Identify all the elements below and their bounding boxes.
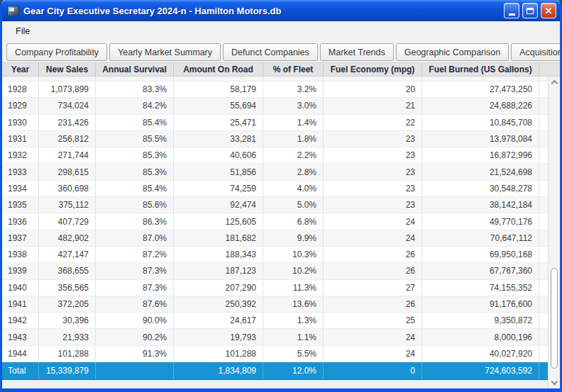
table-row[interactable]: 1930231,42685.4%25,4711.4%2210,845,708 [2, 115, 560, 131]
table-row[interactable]: 1931256,81285.5%33,2811.8%2313,978,084 [2, 131, 560, 147]
column-header[interactable]: Fuel Burned (US Gallons) [422, 63, 539, 76]
table-cell: 1934 [2, 181, 39, 196]
column-header[interactable]: Annual Survival [96, 63, 174, 76]
table-cell: 407,729 [39, 213, 96, 229]
tab-defunct-companies[interactable]: Defunct Companies [223, 43, 318, 61]
table-cell: 24,617 [174, 313, 263, 328]
table-row[interactable]: 194230,39690.0%24,6171.3%259,350,872 [2, 313, 560, 329]
table-cell: 92,474 [174, 197, 263, 213]
table-cell: 84.2% [96, 98, 174, 113]
column-header[interactable] [539, 63, 560, 76]
table-row[interactable]: 1936407,72986.3%125,6056.8%2449,770,176 [2, 213, 560, 230]
scroll-down-icon[interactable] [551, 379, 558, 386]
table-cell: 55,694 [174, 98, 263, 113]
menu-item-file[interactable]: File [9, 23, 36, 39]
table-row[interactable]: 1935375,11285.6%92,4745.0%2338,142,184 [2, 197, 560, 213]
table-cell: 6.8% [263, 213, 324, 229]
table-cell: 27 [324, 280, 422, 296]
column-header[interactable]: % of Fleet [263, 63, 324, 76]
maximize-icon [527, 8, 534, 14]
tab-company-profitability[interactable]: Company Profitability [6, 43, 107, 61]
vertical-scrollbar[interactable] [548, 77, 560, 388]
column-header[interactable]: New Sales [39, 63, 96, 76]
table-row[interactable]: 1940356,56587.3%207,29011.3%2774,155,352 [2, 280, 560, 296]
table-row[interactable]: 1933298,61585.3%51,8562.8%2321,524,698 [2, 164, 560, 180]
table-cell: 1930 [2, 115, 39, 130]
table-cell: 271,744 [39, 147, 96, 163]
tab-yearly-market-summary[interactable]: Yearly Market Summary [109, 43, 221, 61]
table-cell: 1.3% [263, 313, 324, 328]
table-cell: 26 [324, 247, 422, 262]
data-table: YearNew SalesAnnual SurvivalAmount On Ro… [2, 62, 560, 380]
table-cell: 90.0% [96, 313, 174, 328]
table-cell: 1928 [2, 82, 39, 97]
table-cell: 10,845,708 [422, 115, 539, 130]
column-header[interactable]: Fuel Economy (mpg) [324, 63, 422, 76]
window-controls: ✕ [504, 3, 556, 18]
table-cell: 24,688,226 [422, 98, 539, 113]
table-cell: 25,471 [174, 115, 263, 130]
table-row[interactable]: 19281,073,89983.3%58,1793.2%2027,473,250 [2, 82, 560, 98]
table-cell: 83.3% [96, 82, 174, 97]
maximize-button[interactable] [522, 3, 538, 18]
table-cell: 49,770,176 [422, 213, 539, 229]
table-cell: 1940 [2, 280, 39, 296]
tab-acquisition-advisor[interactable]: Acquisition Advisor [511, 43, 562, 61]
table-cell: 360,698 [39, 181, 96, 196]
table-cell: 10.2% [263, 263, 324, 279]
table-cell: 207,290 [174, 280, 263, 296]
table-header-row: YearNew SalesAnnual SurvivalAmount On Ro… [2, 62, 560, 77]
table-cell: 85.5% [96, 131, 174, 147]
table-cell: 27,473,250 [422, 82, 539, 97]
table-row[interactable]: 194321,93390.2%19,7931.1%248,000,196 [2, 329, 560, 345]
table-cell: 40,027,920 [422, 346, 539, 362]
table-cell: 85.3% [96, 164, 174, 179]
table-cell: 101,288 [174, 346, 263, 362]
total-cell: Total [2, 362, 39, 379]
table-cell: 181,682 [174, 230, 263, 246]
table-row[interactable]: 1938427,14787.2%188,34310.3%2669,950,168 [2, 247, 560, 263]
table-row[interactable]: 1941372,20587.6%250,39213.6%2691,176,600 [2, 296, 560, 313]
table-cell: 1.8% [263, 131, 324, 147]
table-cell: 375,112 [39, 197, 96, 213]
table-cell: 85.6% [96, 197, 174, 213]
table-cell: 87.3% [96, 263, 174, 279]
table-row[interactable]: 1939368,65587.3%187,12310.2%2667,767,360 [2, 263, 560, 279]
table-row[interactable]: 1932271,74485.3%40,6062.2%2316,872,996 [2, 147, 560, 164]
table-cell: 990,381 [39, 77, 96, 81]
table-cell: 8,000,196 [422, 329, 539, 345]
table-cell: 67,767,360 [422, 263, 539, 279]
table-cell: 87.0% [96, 230, 174, 246]
table-cell: 90.2% [96, 329, 174, 345]
table-row[interactable]: 1934360,69885.4%74,2594.0%2330,548,278 [2, 181, 560, 197]
table-cell: 101,288 [39, 346, 96, 362]
column-header[interactable]: Year [2, 63, 39, 76]
title-bar[interactable]: Gear City Executive Secretary 2024-n - H… [2, 0, 560, 21]
table-row[interactable]: 1929734,02484.2%55,6943.0%2124,688,226 [2, 98, 560, 114]
window-title: Gear City Executive Secretary 2024-n - H… [23, 6, 281, 16]
partial-table-row[interactable]: 1927990,38182.1%51,4132.9%2025,034,132 [2, 77, 560, 82]
total-cell: 724,603,592 [422, 362, 539, 379]
tab-geographic-comparison[interactable]: Geographic Comparison [396, 43, 509, 61]
minimize-button[interactable] [504, 3, 519, 18]
table-cell: 125,605 [174, 213, 263, 229]
table-cell: 23 [324, 131, 422, 147]
table-cell: 1941 [2, 296, 39, 312]
table-cell: 87.6% [96, 296, 174, 312]
tab-bar: Company ProfitabilityYearly Market Summa… [2, 40, 560, 62]
table-cell: 85.4% [96, 115, 174, 130]
table-row[interactable]: 1944101,28891.3%101,2885.5%2440,027,920 [2, 346, 560, 362]
scroll-up-icon[interactable] [551, 80, 558, 87]
table-cell: 87.3% [96, 280, 174, 296]
total-cell: 1,834,809 [174, 362, 263, 379]
table-cell: 24 [324, 346, 422, 362]
table-cell: 26 [324, 296, 422, 312]
tab-market-trends[interactable]: Market Trends [320, 43, 394, 61]
close-button[interactable]: ✕ [541, 3, 556, 18]
table-cell: 1943 [2, 329, 39, 345]
table-cell: 1932 [2, 147, 39, 163]
table-row[interactable]: 1937482,90287.0%181,6829.9%2470,647,112 [2, 230, 560, 247]
scrollbar-thumb[interactable] [551, 268, 558, 369]
column-header[interactable]: Amount On Road [174, 63, 263, 76]
table-cell: 2.9% [263, 77, 324, 81]
